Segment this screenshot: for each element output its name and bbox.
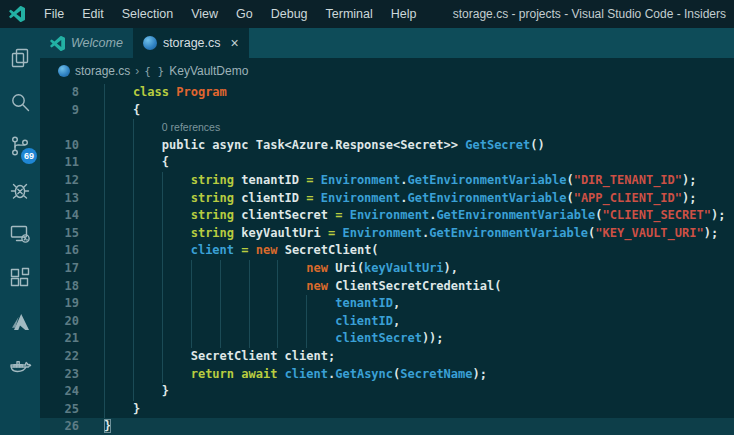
vscode-window: File Edit Selection View Go Debug Termin… <box>0 0 734 435</box>
remote-explorer-icon[interactable] <box>0 212 40 256</box>
line-number: 13 <box>40 190 104 208</box>
codelens-row: 0 references <box>40 119 734 137</box>
line-number: 16 <box>40 242 104 260</box>
line-number: 15 <box>40 225 104 243</box>
code-token: Environment <box>321 173 400 187</box>
indent-guide <box>162 190 163 208</box>
menu-file[interactable]: File <box>35 0 73 28</box>
indent-guide <box>249 295 250 313</box>
code-token: Environment <box>350 208 429 222</box>
code-token: GetAsync <box>335 367 393 381</box>
indent-guide <box>162 330 163 348</box>
indent-guide <box>133 154 134 172</box>
menu-edit[interactable]: Edit <box>73 0 113 28</box>
indent-guide <box>104 401 105 419</box>
line-number: 9 <box>40 102 104 120</box>
menu-terminal[interactable]: Terminal <box>317 0 382 28</box>
indent-guide <box>133 348 134 366</box>
indent-guide <box>104 348 105 366</box>
code-token: ); <box>711 208 725 222</box>
indent-guide <box>133 278 134 296</box>
indent-guide <box>104 383 105 401</box>
code-line: 18new ClientSecretCredential( <box>40 278 734 296</box>
line-number: 22 <box>40 348 104 366</box>
code-token: { <box>162 155 169 169</box>
code-token: "APP_CLIENT_ID" <box>574 191 682 205</box>
code-token: clientSecret <box>234 208 335 222</box>
code-token: new <box>256 243 278 257</box>
indent-guide <box>277 260 278 278</box>
indent-guide <box>162 260 163 278</box>
tab-storage-cs[interactable]: storage.cs × <box>133 28 249 58</box>
menu-help[interactable]: Help <box>382 0 426 28</box>
breadcrumb-file[interactable]: storage.cs <box>75 64 130 78</box>
code-token: SecretClient client; <box>191 349 336 363</box>
tab-storage-label: storage.cs <box>163 36 221 50</box>
indent-guide <box>162 207 163 225</box>
code-token: "DIR_TENANT_ID" <box>574 173 682 187</box>
line-number: 19 <box>40 295 104 313</box>
source-control-icon[interactable]: 69 <box>0 124 40 168</box>
indent-guide <box>249 313 250 331</box>
indent-guide <box>191 330 192 348</box>
indent-guide <box>133 137 134 155</box>
vscode-insiders-logo <box>9 6 25 22</box>
azure-icon[interactable] <box>0 300 40 344</box>
indent-guide <box>133 242 134 260</box>
indent-guide <box>162 313 163 331</box>
breadcrumb: storage.cs › { } KeyVaultDemo <box>40 58 734 84</box>
indent-guide <box>220 260 221 278</box>
debug-icon[interactable] <box>0 168 40 212</box>
indent-guide <box>306 295 307 313</box>
line-number: 17 <box>40 260 104 278</box>
menu-view[interactable]: View <box>182 0 227 28</box>
indent-guide <box>133 260 134 278</box>
vscode-logo-icon <box>50 36 65 51</box>
menu-go[interactable]: Go <box>227 0 262 28</box>
breadcrumb-symbol[interactable]: KeyVaultDemo <box>169 64 248 78</box>
search-icon[interactable] <box>0 80 40 124</box>
code-line: 9{ <box>40 102 734 120</box>
explorer-icon[interactable] <box>0 36 40 80</box>
code-token: ClientSecretCredential( <box>328 279 501 293</box>
indent-guide <box>162 242 163 260</box>
line-number: 21 <box>40 330 104 348</box>
code-token: Program <box>176 85 227 99</box>
indent-guide <box>277 313 278 331</box>
code-token: string <box>191 191 234 205</box>
codelens-references[interactable]: 0 references <box>162 119 220 137</box>
csharp-file-icon <box>143 36 157 50</box>
indent-guide <box>133 190 134 208</box>
docker-icon[interactable] <box>0 344 40 388</box>
menu-debug[interactable]: Debug <box>262 0 317 28</box>
indent-guide <box>133 383 134 401</box>
code-editor[interactable]: 8class Program9{0 references10public asy… <box>40 84 734 435</box>
indent-guide <box>162 172 163 190</box>
indent-guide <box>220 330 221 348</box>
code-token: clientSecret <box>335 331 422 345</box>
code-token: )); <box>422 331 444 345</box>
indent-guide <box>162 348 163 366</box>
code-token: clientID <box>234 191 306 205</box>
indent-guide <box>249 278 250 296</box>
indent-guide <box>133 207 134 225</box>
indent-guide <box>104 172 105 190</box>
indent-guide <box>104 102 105 120</box>
tab-close-icon[interactable]: × <box>231 36 239 50</box>
code-token: = <box>306 191 313 205</box>
indent-guide <box>133 172 134 190</box>
breadcrumb-separator: › <box>135 64 139 78</box>
code-line: 13string clientID = Environment.GetEnvir… <box>40 190 734 208</box>
code-token: GetSecret <box>465 138 530 152</box>
code-line: 22SecretClient client; <box>40 348 734 366</box>
extensions-icon[interactable] <box>0 256 40 300</box>
indent-guide <box>191 295 192 313</box>
indent-guide <box>104 330 105 348</box>
code-token: return <box>191 367 234 381</box>
code-token: "KEY_VAULT_URI" <box>595 226 703 240</box>
menu-selection[interactable]: Selection <box>113 0 182 28</box>
indent-guide <box>162 295 163 313</box>
code-token: string <box>191 208 234 222</box>
tab-welcome[interactable]: Welcome <box>40 28 133 58</box>
indent-guide <box>191 260 192 278</box>
